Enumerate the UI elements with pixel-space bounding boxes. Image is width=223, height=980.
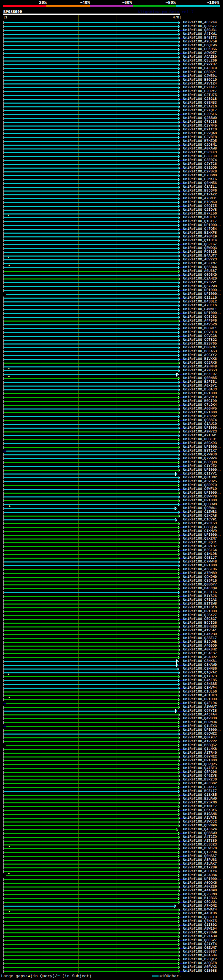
svg-text:BP088999: BP088999 — [3, 10, 22, 14]
svg-text:UniRef100_C3N3B5: UniRef100_C3N3B5 — [183, 682, 217, 686]
svg-text:UniRef100_B9JRV1: UniRef100_B9JRV1 — [183, 280, 217, 285]
svg-text:UniRef100_B5ZQJ1: UniRef100_B5ZQJ1 — [183, 541, 217, 545]
svg-text:UniRef100_Q11LL0: UniRef100_Q11LL0 — [183, 296, 217, 300]
svg-text:UniRef100_UPI000..: UniRef100_UPI000.. — [183, 877, 221, 881]
svg-text:UniRef100_Q2SX27: UniRef100_Q2SX27 — [183, 613, 217, 617]
svg-text:UniRef100_Q39577: UniRef100_Q39577 — [183, 24, 217, 29]
svg-text:UniRef100_C1B088: UniRef100_C1B088 — [183, 969, 217, 973]
svg-text:UniRef100_A9G4E9: UniRef100_A9G4E9 — [183, 235, 217, 239]
svg-text:UniRef100_Q1LNK8: UniRef100_Q1LNK8 — [183, 747, 217, 751]
svg-text:UniRef100_C2URY7: UniRef100_C2URY7 — [183, 89, 217, 94]
svg-text:UniRef100_B7GM60: UniRef100_B7GM60 — [183, 200, 217, 204]
svg-text:UniRef100_A5W194: UniRef100_A5W194 — [183, 927, 217, 931]
svg-text:UniRef100_C7LDK4: UniRef100_C7LDK4 — [183, 403, 217, 407]
svg-text:UniRef100_B7HZQ5: UniRef100_B7HZQ5 — [183, 139, 217, 143]
svg-text:UniRef100_B5ZE97: UniRef100_B5ZE97 — [183, 372, 217, 377]
svg-text:UniRef100_Q1CYF7: UniRef100_Q1CYF7 — [183, 220, 217, 224]
svg-text:UniRef100_B1MIE7: UniRef100_B1MIE7 — [183, 805, 217, 808]
svg-text:UniRef100_A7GM31: UniRef100_A7GM31 — [183, 196, 217, 200]
svg-text:UniRef100_UPI000..: UniRef100_UPI000.. — [183, 491, 221, 495]
svg-text:UniRef100_UPI000..: UniRef100_UPI000.. — [183, 288, 221, 293]
svg-text:UniRef100_Q6HM56: UniRef100_Q6HM56 — [183, 181, 217, 185]
svg-text:UniRef100_Q4J6V4: UniRef100_Q4J6V4 — [183, 827, 217, 832]
svg-text:UniRef100_B6BQ52: UniRef100_B6BQ52 — [183, 743, 217, 748]
svg-text:UniRef100_Q47BF3: UniRef100_Q47BF3 — [183, 766, 217, 770]
svg-text:UniRef100_C2AH20: UniRef100_C2AH20 — [183, 277, 217, 281]
svg-text:UniRef100_C2PBK8: UniRef100_C2PBK8 — [183, 170, 217, 174]
svg-text:UniRef100_UPI000..: UniRef100_UPI000.. — [183, 498, 221, 503]
svg-text:UniRef100_A6CK93: UniRef100_A6CK93 — [183, 441, 217, 445]
svg-text:UniRef100_A6SZD6: UniRef100_A6SZD6 — [183, 567, 217, 571]
svg-text:UniRef100_D0B9I1: UniRef100_D0B9I1 — [183, 326, 217, 331]
svg-text:UniRef100_C9VCG8: UniRef100_C9VCG8 — [183, 334, 217, 338]
svg-text:UniRef100_B5GAJ3: UniRef100_B5GAJ3 — [183, 388, 217, 392]
svg-text:UniRef100_Q67RW8: UniRef100_Q67RW8 — [183, 284, 217, 288]
svg-text:UniRef100_Q085W0: UniRef100_Q085W0 — [183, 831, 217, 835]
svg-text:UniRef100_Q7VWV4: UniRef100_Q7VWV4 — [183, 457, 217, 461]
svg-text:UniRef100_C1UL56: UniRef100_C1UL56 — [183, 690, 217, 694]
svg-text:UniRef100_A1UAK7: UniRef100_A1UAK7 — [183, 862, 217, 866]
svg-text:~40%: ~40% — [80, 0, 90, 5]
svg-text:UniRef100_UPI000..: UniRef100_UPI000.. — [183, 292, 221, 296]
svg-text:UniRef100_Q73C38: UniRef100_Q73C38 — [183, 120, 217, 124]
svg-text:UniRef100_B8HBZ8: UniRef100_B8HBZ8 — [183, 625, 217, 629]
svg-text:UniRef100_C6QII5: UniRef100_C6QII5 — [183, 204, 217, 208]
svg-text:UniRef100_C2Z4F7: UniRef100_C2Z4F7 — [183, 86, 217, 90]
svg-text:UniRef100_B8JGP6: UniRef100_B8JGP6 — [183, 189, 217, 193]
svg-text:UniRef100_C6QLW6: UniRef100_C6QLW6 — [183, 43, 217, 48]
svg-text:UniRef100_UPI000..: UniRef100_UPI000.. — [183, 311, 221, 315]
svg-text:UniRef100_C0ZUN7: UniRef100_C0ZUN7 — [183, 946, 217, 950]
svg-text:UniRef100_A1TR40: UniRef100_A1TR40 — [183, 751, 217, 755]
svg-text:UniRef100_A1VR78: UniRef100_A1VR78 — [183, 816, 217, 820]
svg-text:UniRef100_UPI000..: UniRef100_UPI000.. — [183, 728, 221, 732]
svg-text:UniRef100_Q3BZ17: UniRef100_Q3BZ17 — [183, 636, 217, 640]
svg-text:UniRef100_A7HEL6: UniRef100_A7HEL6 — [183, 304, 217, 308]
svg-text:UniRef100_D0BEU1: UniRef100_D0BEU1 — [183, 438, 217, 442]
svg-text:UniRef100_B9Z1I7: UniRef100_B9Z1I7 — [183, 789, 217, 793]
svg-text:UniRef100_C2MXI6: UniRef100_C2MXI6 — [183, 177, 217, 181]
svg-text:UniRef100_Q1I802: UniRef100_Q1I802 — [183, 923, 217, 927]
svg-text:UniRef100_B7DP92: UniRef100_B7DP92 — [183, 414, 217, 418]
svg-text:UniRef100_Q8VM96: UniRef100_Q8VM96 — [183, 824, 217, 828]
svg-text:UniRef100_Q39F15: UniRef100_Q39F15 — [183, 579, 217, 583]
svg-text:UniRef100_C5D6P1: UniRef100_C5D6P1 — [183, 70, 217, 75]
svg-text:UniRef100_C6WFL9: UniRef100_C6WFL9 — [183, 487, 217, 491]
svg-text:UniRef100_C7MW48: UniRef100_C7MW48 — [183, 560, 217, 564]
svg-text:UniRef100_A3UIY4: UniRef100_A3UIY4 — [183, 869, 217, 873]
svg-text:UniRef100_B8GC19: UniRef100_B8GC19 — [183, 78, 217, 82]
svg-text:UniRef100_Q938W9: UniRef100_Q938W9 — [183, 931, 217, 935]
svg-text:UniRef100_C8SQS4: UniRef100_C8SQS4 — [183, 525, 217, 530]
svg-text:UniRef100_Q2BBW0: UniRef100_Q2BBW0 — [183, 116, 217, 120]
svg-text:UniRef100_C1ZWB3: UniRef100_C1ZWB3 — [183, 510, 217, 514]
svg-text:UniRef100_A1WWV7: UniRef100_A1WWV7 — [183, 705, 217, 709]
svg-text:UniRef100_Q0BUW8: UniRef100_Q0BUW8 — [183, 502, 217, 506]
svg-text:UniRef100_UPI000..: UniRef100_UPI000.. — [183, 563, 221, 568]
svg-text:UniRef100_A0KZE9: UniRef100_A0KZE9 — [183, 885, 217, 889]
svg-text:UniRef100_C0ZH56: UniRef100_C0ZH56 — [183, 47, 217, 51]
svg-text:UniRef100_C2VQA8: UniRef100_C2VQA8 — [183, 131, 217, 135]
svg-text:UniRef100_B8LA53: UniRef100_B8LA53 — [183, 349, 217, 353]
svg-text:UniRef100_Q1IYV1: UniRef100_Q1IYV1 — [183, 472, 217, 476]
svg-text:UniRef100_UPI000..: UniRef100_UPI000.. — [183, 426, 221, 430]
svg-text:UniRef100_Q97YI8: UniRef100_Q97YI8 — [183, 709, 217, 713]
svg-text:UniRef100_Q8RPZ0: UniRef100_Q8RPZ0 — [183, 483, 217, 487]
svg-text:UniRef100_A1V5A1: UniRef100_A1V5A1 — [183, 628, 217, 633]
svg-text:UniRef100_Q8PQR5: UniRef100_Q8PQR5 — [183, 762, 217, 767]
svg-text:UniRef100_B9JIG6: UniRef100_B9JIG6 — [183, 621, 217, 625]
svg-text:UniRef100_Q2KCA8: UniRef100_Q2KCA8 — [183, 514, 217, 518]
svg-text:UniRef100_Q93J62: UniRef100_Q93J62 — [183, 315, 217, 319]
svg-text:UniRef100_A0JSG2: UniRef100_A0JSG2 — [183, 781, 217, 786]
svg-text:UniRef100_C2PSL6: UniRef100_C2PSL6 — [183, 112, 217, 116]
svg-text:UniRef100_Q2IDV8: UniRef100_Q2IDV8 — [183, 208, 217, 212]
svg-text:UniRef100_Q5QWZ2: UniRef100_Q5QWZ2 — [183, 732, 217, 736]
svg-text:UniRef100_Q8ENS3: UniRef100_Q8ENS3 — [183, 101, 217, 105]
svg-text:UniRef100_A1R2R2: UniRef100_A1R2R2 — [183, 740, 217, 744]
svg-text:20%: 20% — [39, 0, 47, 5]
svg-text:UniRef100_C2Y7C6: UniRef100_C2Y7C6 — [183, 162, 217, 166]
svg-text:UniRef100_A5FYM7: UniRef100_A5FYM7 — [183, 261, 217, 266]
svg-text:UniRef100_UPI000..: UniRef100_UPI000.. — [183, 697, 221, 702]
svg-text:UniRef100_Q4FL94: UniRef100_Q4FL94 — [183, 701, 217, 705]
svg-text:UniRef100_C2V8E8: UniRef100_C2V8E8 — [183, 135, 217, 139]
svg-text:UniRef100_C6B1J7: UniRef100_C6B1J7 — [183, 556, 217, 560]
svg-text:UniRef100_C2SGL8: UniRef100_C2SGL8 — [183, 97, 217, 101]
